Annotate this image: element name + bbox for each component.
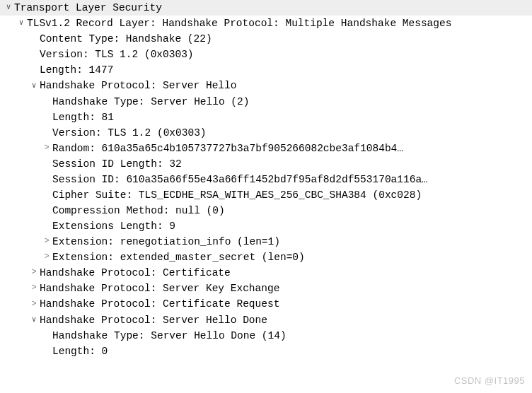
field-label: Cipher Suite: TLS_ECDHE_RSA_WITH_AES_256… <box>52 189 422 201</box>
field-label: Handshake Type: Server Hello (2) <box>52 96 249 107</box>
chevron-down-icon[interactable] <box>4 0 13 15</box>
field-label: Handshake Protocol: Certificate Request <box>40 298 279 310</box>
field-label: Handshake Type: Server Hello Done (14) <box>52 330 287 341</box>
tree-row-handshake-type[interactable]: Handshake Type: Server Hello (2) <box>0 94 532 110</box>
chevron-right-icon[interactable] <box>30 280 38 295</box>
field-label: Length: 81 <box>52 112 114 123</box>
tree-row-compression[interactable]: Compression Method: null (0) <box>0 203 532 218</box>
tree-row-cipher-suite[interactable]: Cipher Suite: TLS_ECDHE_RSA_WITH_AES_256… <box>0 187 532 203</box>
field-label: Compression Method: null (0) <box>52 205 225 216</box>
field-label: Content Type: Handshake (22) <box>40 33 212 45</box>
tree-row-server-hello-done[interactable]: Handshake Protocol: Server Hello Done <box>0 312 532 328</box>
tree-row-ext-renegotiation[interactable]: Extension: renegotiation_info (len=1) <box>0 234 532 250</box>
tree-row-content-type[interactable]: Content Type: Handshake (22) <box>0 31 532 47</box>
tree-row-ext-ems[interactable]: Extension: extended_master_secret (len=0… <box>0 250 532 265</box>
tree-row-sh-length[interactable]: Length: 81 <box>0 110 532 125</box>
field-label: Length: 1477 <box>40 64 113 76</box>
field-label: Handshake Protocol: Server Hello Done <box>40 315 267 326</box>
field-label: Version: TLS 1.2 (0x0303) <box>52 127 207 139</box>
field-label: TLSv1.2 Record Layer: Handshake Protocol… <box>27 18 451 29</box>
tree-row-sh-version[interactable]: Version: TLS 1.2 (0x0303) <box>0 125 532 141</box>
field-label: Session ID Length: 32 <box>52 158 182 170</box>
chevron-right-icon[interactable] <box>30 264 38 280</box>
tree-row-shd-type[interactable]: Handshake Type: Server Hello Done (14) <box>0 328 532 344</box>
tree-row-shd-length[interactable]: Length: 0 <box>0 344 532 359</box>
field-label: Session ID: 610a35a66f55e43a66ff1452bd7f… <box>52 174 428 185</box>
chevron-right-icon[interactable] <box>42 233 51 249</box>
field-label: Transport Layer Security <box>14 2 162 13</box>
watermark-text: CSDN @IT1995 <box>454 373 525 389</box>
field-label: Handshake Protocol: Server Hello <box>40 80 236 91</box>
tree-row-session-id-length[interactable]: Session ID Length: 32 <box>0 156 532 172</box>
field-label: Extensions Length: 9 <box>52 221 175 232</box>
tree-row-version[interactable]: Version: TLS 1.2 (0x0303) <box>0 47 532 62</box>
field-label: Handshake Protocol: Server Key Exchange <box>40 283 279 294</box>
chevron-right-icon[interactable] <box>30 296 38 312</box>
chevron-right-icon[interactable] <box>42 249 51 264</box>
tree-row-tls[interactable]: Transport Layer Security <box>0 0 532 16</box>
tree-row-session-id[interactable]: Session ID: 610a35a66f55e43a66ff1452bd7f… <box>0 172 532 187</box>
tree-row-length[interactable]: Length: 1477 <box>0 62 532 78</box>
chevron-down-icon[interactable] <box>30 78 38 93</box>
tree-row-certificate[interactable]: Handshake Protocol: Certificate <box>0 265 532 281</box>
field-label: Extension: renegotiation_info (len=1) <box>52 236 280 247</box>
tree-row-server-key-exchange[interactable]: Handshake Protocol: Server Key Exchange <box>0 281 532 296</box>
field-label: Handshake Protocol: Certificate <box>40 267 231 278</box>
tree-row-server-hello[interactable]: Handshake Protocol: Server Hello <box>0 78 532 93</box>
field-label: Version: TLS 1.2 (0x0303) <box>40 49 194 60</box>
field-label: Random: 610a35a65c4b105737727b3a7bf90526… <box>52 143 403 154</box>
tree-row-record-layer[interactable]: TLSv1.2 Record Layer: Handshake Protocol… <box>0 16 532 31</box>
tree-row-random[interactable]: Random: 610a35a65c4b105737727b3a7bf90526… <box>0 141 532 156</box>
tree-row-extensions-length[interactable]: Extensions Length: 9 <box>0 218 532 234</box>
chevron-down-icon[interactable] <box>30 312 38 327</box>
tree-row-certificate-request[interactable]: Handshake Protocol: Certificate Request <box>0 296 532 312</box>
chevron-down-icon[interactable] <box>17 15 25 30</box>
field-label: Length: 0 <box>52 346 108 357</box>
field-label: Extension: extended_master_secret (len=0… <box>52 252 305 263</box>
chevron-right-icon[interactable] <box>42 140 51 156</box>
